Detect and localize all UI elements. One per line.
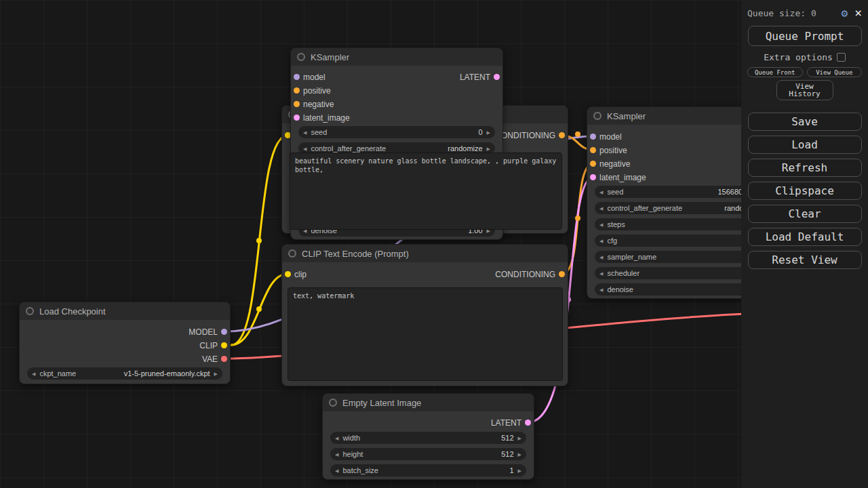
positive-input-slot[interactable] [294,87,300,94]
decrement-arrow-icon[interactable]: ◀ [32,371,35,376]
increment-arrow-icon[interactable]: ▶ [518,436,521,441]
slot-label: positive [599,146,627,155]
slot-label: model [303,73,326,82]
slot-label: CONDITIONING [495,131,555,140]
widget-label: batch_size [342,466,378,474]
latent-image-input-slot[interactable] [294,115,300,121]
link-midpoint-dot [575,131,580,137]
clear-button[interactable]: Clear [748,205,862,223]
latent-output-slot[interactable] [494,74,500,80]
queue-status-row: Queue size: 0 ⚙ × [747,5,862,20]
queue-prompt-button[interactable]: Queue Prompt [748,26,862,46]
vae-output-slot[interactable] [221,356,227,362]
node-status-dot [329,399,337,407]
clip-output-slot[interactable] [221,342,227,348]
conditioning-output-slot[interactable] [559,271,565,277]
positive-input-slot[interactable] [590,147,596,153]
decrement-arrow-icon[interactable]: ◀ [599,239,603,243]
queue-front-button[interactable]: Queue Front [747,67,803,77]
reset-view-button[interactable]: Reset View [748,251,862,269]
increment-arrow-icon[interactable]: ▶ [518,468,521,473]
increment-arrow-icon[interactable]: ▶ [487,130,490,135]
decrement-arrow-icon[interactable]: ◀ [599,287,603,292]
increment-arrow-icon[interactable]: ▶ [518,452,521,457]
save-button[interactable]: Save [748,113,862,131]
clipspace-button[interactable]: Clipspace [748,182,862,200]
latent-image-input-slot[interactable] [590,174,596,180]
slot-label: CLIP [199,341,218,350]
slot-row: CLIP [20,340,230,352]
latent-output-slot[interactable] [525,420,531,426]
widget-label: ckpt_name [39,369,76,378]
view-queue-button[interactable]: View Queue [807,67,863,77]
widget-value: 512 [501,450,513,458]
node-title: KSampler [607,111,646,121]
decrement-arrow-icon[interactable]: ◀ [335,436,338,441]
node-status-dot [593,112,601,120]
increment-arrow-icon[interactable]: ▶ [487,146,490,151]
view-history-button[interactable]: View History [776,80,833,100]
positive-prompt-textarea[interactable]: beautiful scenery nature glass bottle la… [290,152,562,230]
node-title-bar[interactable]: KSampler [291,48,502,66]
width-widget[interactable]: ◀ width 512 ▶ [330,432,526,444]
link-midpoint-dot [575,216,580,221]
decrement-arrow-icon[interactable]: ◀ [599,206,603,211]
batch-size-widget[interactable]: ◀ batch_size 1 ▶ [330,464,526,476]
decrement-arrow-icon[interactable]: ◀ [599,255,603,260]
decrement-arrow-icon[interactable]: ◀ [335,452,338,457]
decrement-arrow-icon[interactable]: ◀ [599,190,603,195]
node-title: Load Checkpoint [39,306,106,317]
decrement-arrow-icon[interactable]: ◀ [303,146,307,151]
seed-widget[interactable]: ◀ seed 0 ▶ [298,126,495,138]
slot-label: LATENT [460,73,490,82]
extra-options-row: Extra options [741,52,868,62]
load-button[interactable]: Load [748,136,862,154]
conditioning-output-slot[interactable] [559,132,565,138]
node-status-dot [288,249,296,258]
node-title: KSampler [311,52,349,62]
widget-label: sampler_name [607,253,656,261]
decrement-arrow-icon[interactable]: ◀ [335,468,338,473]
slot-row: VAE [20,353,230,365]
clip-input-slot[interactable] [285,271,291,277]
slot-label: LATENT [491,418,521,428]
widget-label: seed [311,128,327,136]
node-title-bar[interactable]: CLIP Text Encode (Prompt) [282,245,568,262]
close-icon[interactable]: × [854,7,862,19]
widget-value: 0 [478,128,482,136]
settings-gear-icon[interactable]: ⚙ [842,7,848,20]
ckpt-name-widget[interactable]: ◀ ckpt_name v1-5-pruned-emaonly.ckpt ▶ [27,367,222,380]
slot-row: model LATENT [291,71,502,83]
widget-label: height [342,450,363,458]
negative-prompt-textarea[interactable]: text, watermark [288,287,563,381]
node-empty-latent-image[interactable]: Empty Latent Image LATENT ◀ width 512 ▶ … [322,393,534,480]
comfyui-canvas[interactable]: { "icons": { "gear": "⚙", "close": "×", … [0,0,868,488]
decrement-arrow-icon[interactable]: ◀ [599,271,603,276]
widget-label: scheduler [607,269,639,277]
increment-arrow-icon[interactable]: ▶ [214,371,218,376]
negative-input-slot[interactable] [590,161,596,167]
node-title: Empty Latent Image [342,398,421,408]
load-default-button[interactable]: Load Default [748,228,862,246]
extra-options-checkbox[interactable] [837,53,846,62]
widget-value: 512 [501,434,513,442]
node-title-bar[interactable]: Load Checkpoint [20,302,230,320]
model-input-slot[interactable] [294,74,300,80]
model-output-slot[interactable] [221,329,227,335]
node-title: CLIP Text Encode (Prompt) [302,249,409,259]
slot-label: model [599,132,622,142]
height-widget[interactable]: ◀ height 512 ▶ [330,448,526,460]
refresh-button[interactable]: Refresh [748,159,862,177]
decrement-arrow-icon[interactable]: ◀ [599,222,603,227]
extra-options-label: Extra options [764,52,833,62]
decrement-arrow-icon[interactable]: ◀ [303,130,307,135]
slot-label: MODEL [189,327,218,337]
widget-value: randomize [448,144,482,152]
node-title-bar[interactable]: Empty Latent Image [323,394,534,411]
negative-input-slot[interactable] [294,101,300,107]
queue-size-label: Queue size: 0 [747,8,842,18]
slot-label: positive [303,86,331,96]
model-input-slot[interactable] [590,134,596,140]
node-load-checkpoint[interactable]: Load Checkpoint MODEL CLIP VAE ◀ ckpt_na… [19,302,231,384]
slot-row: negative [291,98,502,110]
